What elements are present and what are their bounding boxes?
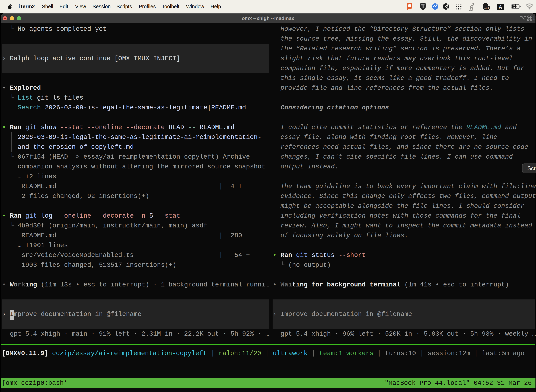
- svg-text:A: A: [499, 5, 502, 10]
- svg-text:1: 1: [532, 15, 535, 21]
- svg-text:..61: ..61: [484, 6, 489, 10]
